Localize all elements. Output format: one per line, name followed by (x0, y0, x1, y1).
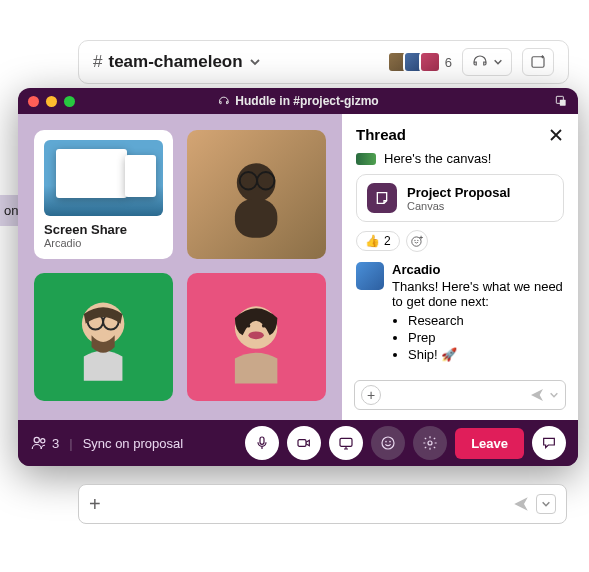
settings-button[interactable] (413, 426, 447, 460)
svg-rect-2 (560, 100, 566, 106)
minimize-window-icon[interactable] (46, 96, 57, 107)
svg-point-17 (34, 437, 39, 442)
huddle-titlebar: Huddle in #project-gizmo (18, 88, 578, 114)
svg-point-25 (428, 441, 432, 445)
huddle-header-button[interactable] (462, 48, 512, 76)
thread-message: Arcadio Thanks! Here's what we need to g… (356, 262, 564, 364)
thread-icon (541, 435, 557, 451)
thread-composer[interactable]: + (354, 380, 566, 410)
svg-point-23 (385, 441, 387, 443)
participant-tile[interactable] (187, 130, 326, 259)
reaction-thumbsup[interactable]: 👍 2 (356, 231, 400, 251)
send-options-button[interactable] (536, 494, 556, 514)
video-grid: Screen Share Arcadio (18, 114, 342, 420)
huddle-title-text: Huddle in #project-gizmo (235, 94, 378, 108)
share-screen-button[interactable] (329, 426, 363, 460)
popout-button[interactable] (554, 94, 568, 108)
svg-rect-19 (260, 437, 264, 444)
new-canvas-icon (529, 53, 547, 71)
svg-point-15 (414, 240, 415, 241)
attach-button[interactable]: + (89, 493, 101, 516)
member-count: 6 (445, 55, 452, 70)
list-item: Ship! 🚀 (408, 347, 564, 362)
mute-button[interactable] (245, 426, 279, 460)
svg-point-11 (249, 331, 264, 339)
video-icon (296, 435, 312, 451)
reaction-count: 2 (384, 234, 391, 248)
attach-button[interactable]: + (361, 385, 381, 405)
send-button[interactable] (529, 387, 559, 403)
person-avatar (34, 273, 173, 402)
svg-rect-21 (340, 438, 352, 446)
person-avatar (187, 130, 326, 259)
window-traffic-lights[interactable] (28, 96, 75, 107)
smile-plus-icon (410, 234, 424, 248)
close-window-icon[interactable] (28, 96, 39, 107)
member-avatars[interactable]: 6 (393, 51, 452, 73)
huddle-window: Huddle in #project-gizmo Screen Share Ar… (18, 88, 578, 466)
participant-tile[interactable] (34, 273, 173, 402)
svg-point-16 (417, 240, 418, 241)
thread-panel: Thread Here's the canvas! Project Propos… (342, 114, 578, 420)
channel-name-button[interactable]: # team-chameleon (93, 52, 261, 72)
svg-point-14 (411, 237, 420, 246)
message-author: Arcadio (392, 262, 564, 277)
svg-point-18 (41, 439, 45, 443)
huddle-topic[interactable]: Sync on proposal (83, 436, 183, 451)
svg-point-13 (262, 324, 266, 328)
svg-rect-0 (532, 57, 544, 68)
svg-rect-4 (235, 199, 277, 238)
close-thread-button[interactable] (548, 127, 564, 143)
participant-count[interactable]: 3 (30, 434, 59, 452)
send-icon[interactable] (512, 495, 530, 513)
person-avatar (187, 273, 326, 402)
chevron-down-icon (549, 390, 559, 400)
canvas-subtitle: Canvas (407, 200, 510, 212)
send-icon (529, 387, 545, 403)
video-button[interactable] (287, 426, 321, 460)
channel-name-text: team-chameleon (108, 52, 242, 72)
add-reaction-button[interactable] (406, 230, 428, 252)
popout-icon (554, 94, 568, 108)
svg-rect-20 (298, 440, 306, 447)
screen-share-tile[interactable]: Screen Share Arcadio (34, 130, 173, 259)
chevron-down-icon (249, 56, 261, 68)
thread-message: Here's the canvas! (356, 151, 564, 166)
microphone-icon (254, 435, 270, 451)
canvas-title: Project Proposal (407, 185, 510, 200)
canvas-attachment[interactable]: Project Proposal Canvas (356, 174, 564, 222)
thumbsup-icon: 👍 (365, 234, 380, 248)
share-presenter: Arcadio (44, 237, 163, 249)
chevron-down-icon (493, 57, 503, 67)
message-list: Research Prep Ship! 🚀 (408, 313, 564, 362)
close-icon (548, 127, 564, 143)
participant-tile[interactable] (187, 273, 326, 402)
people-icon (30, 434, 48, 452)
canvas-header-button[interactable] (522, 48, 554, 76)
message-composer[interactable]: + (78, 484, 567, 524)
message-avatar (356, 262, 384, 290)
headphones-icon (471, 53, 489, 71)
svg-point-12 (247, 324, 251, 328)
smile-icon (380, 435, 396, 451)
leave-button[interactable]: Leave (455, 428, 524, 459)
headphones-icon (217, 95, 230, 108)
share-label: Screen Share (44, 222, 163, 237)
screen-icon (338, 435, 354, 451)
reactions-button[interactable] (371, 426, 405, 460)
reactions-row: 👍 2 (356, 230, 564, 252)
hash-icon: # (93, 52, 102, 72)
svg-point-22 (382, 437, 394, 449)
list-item: Research (408, 313, 564, 328)
gear-icon (422, 435, 438, 451)
maximize-window-icon[interactable] (64, 96, 75, 107)
channel-header: # team-chameleon 6 (78, 40, 569, 84)
huddle-footer: 3 | Sync on proposal (18, 420, 578, 466)
list-item: Prep (408, 330, 564, 345)
canvas-icon (367, 183, 397, 213)
svg-point-24 (389, 441, 391, 443)
message-text: Thanks! Here's what we need to get done … (392, 279, 564, 309)
message-avatar (356, 153, 376, 165)
thread-toggle-button[interactable] (532, 426, 566, 460)
chevron-down-icon (541, 499, 551, 509)
